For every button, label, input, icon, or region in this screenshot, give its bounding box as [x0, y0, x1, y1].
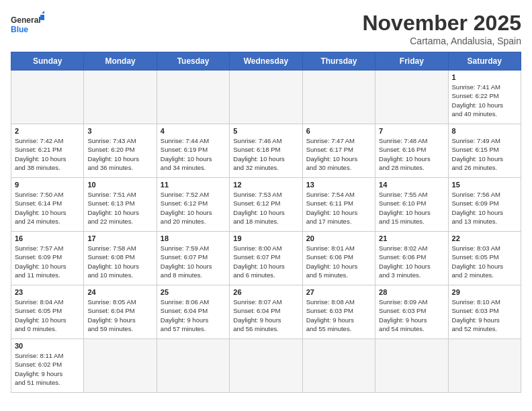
day-number: 18	[161, 234, 226, 242]
calendar-day-cell: 14Sunrise: 7:55 AMSunset: 6:10 PMDayligh…	[375, 178, 448, 232]
day-number: 21	[379, 234, 444, 242]
calendar-day-cell: 22Sunrise: 8:03 AMSunset: 6:05 PMDayligh…	[448, 232, 521, 285]
day-number: 9	[15, 181, 80, 189]
calendar-day-cell: 26Sunrise: 8:07 AMSunset: 6:04 PMDayligh…	[230, 285, 302, 339]
day-number: 10	[87, 181, 152, 189]
day-info: Sunrise: 7:50 AMSunset: 6:14 PMDaylight:…	[15, 190, 80, 226]
svg-marker-2	[42, 11, 44, 13]
calendar-day-cell: 25Sunrise: 8:06 AMSunset: 6:04 PMDayligh…	[157, 285, 229, 339]
day-info: Sunrise: 8:00 AMSunset: 6:07 PMDaylight:…	[233, 244, 298, 279]
calendar-day-cell: 20Sunrise: 8:01 AMSunset: 6:06 PMDayligh…	[302, 232, 375, 285]
page-header: General Blue November 2025 Cartama, Anda…	[11, 11, 521, 46]
calendar-day-cell: 30Sunrise: 8:11 AMSunset: 6:02 PMDayligh…	[11, 339, 84, 393]
calendar-day-cell: 21Sunrise: 8:02 AMSunset: 6:06 PMDayligh…	[375, 232, 448, 285]
day-number: 26	[233, 288, 298, 296]
day-info: Sunrise: 7:42 AMSunset: 6:21 PMDaylight:…	[15, 136, 80, 172]
calendar-day-cell: 3Sunrise: 7:43 AMSunset: 6:20 PMDaylight…	[84, 124, 157, 178]
day-number: 7	[379, 127, 444, 135]
calendar-day-cell	[84, 71, 157, 124]
calendar-day-cell: 13Sunrise: 7:54 AMSunset: 6:11 PMDayligh…	[302, 178, 375, 232]
day-number: 16	[15, 234, 80, 242]
calendar-day-header: Sunday	[11, 52, 84, 71]
svg-text:General: General	[11, 15, 41, 25]
day-info: Sunrise: 8:03 AMSunset: 6:05 PMDaylight:…	[452, 244, 517, 279]
calendar-day-cell: 12Sunrise: 7:53 AMSunset: 6:12 PMDayligh…	[230, 178, 302, 232]
calendar-week-row: 1Sunrise: 7:41 AMSunset: 6:22 PMDaylight…	[11, 71, 521, 124]
calendar-day-cell	[230, 339, 302, 393]
calendar-day-cell	[302, 339, 375, 393]
day-number: 8	[452, 127, 517, 135]
calendar-day-cell	[230, 71, 302, 124]
calendar-week-row: 30Sunrise: 8:11 AMSunset: 6:02 PMDayligh…	[11, 339, 521, 393]
day-number: 27	[306, 288, 371, 296]
day-number: 20	[306, 234, 371, 242]
day-number: 4	[161, 127, 226, 135]
logo-svg: General Blue	[11, 11, 44, 38]
calendar-week-row: 23Sunrise: 8:04 AMSunset: 6:05 PMDayligh…	[11, 285, 521, 339]
calendar-day-cell	[157, 339, 229, 393]
calendar-day-cell: 18Sunrise: 7:59 AMSunset: 6:07 PMDayligh…	[157, 232, 229, 285]
day-info: Sunrise: 8:02 AMSunset: 6:06 PMDaylight:…	[379, 244, 444, 279]
calendar-day-cell	[302, 71, 375, 124]
svg-rect-3	[40, 15, 44, 20]
day-info: Sunrise: 8:11 AMSunset: 6:02 PMDaylight:…	[15, 351, 80, 387]
day-info: Sunrise: 7:54 AMSunset: 6:11 PMDaylight:…	[306, 190, 371, 226]
calendar-day-cell: 7Sunrise: 7:48 AMSunset: 6:16 PMDaylight…	[375, 124, 448, 178]
day-number: 12	[233, 181, 298, 189]
calendar-header-row: SundayMondayTuesdayWednesdayThursdayFrid…	[11, 52, 521, 71]
day-info: Sunrise: 7:44 AMSunset: 6:19 PMDaylight:…	[161, 136, 226, 172]
calendar-day-header: Monday	[84, 52, 157, 71]
calendar-day-header: Wednesday	[230, 52, 302, 71]
calendar-day-header: Friday	[375, 52, 448, 71]
day-info: Sunrise: 8:04 AMSunset: 6:05 PMDaylight:…	[15, 298, 80, 333]
day-info: Sunrise: 7:46 AMSunset: 6:18 PMDaylight:…	[233, 136, 298, 172]
calendar-day-cell: 2Sunrise: 7:42 AMSunset: 6:21 PMDaylight…	[11, 124, 84, 178]
day-number: 24	[87, 288, 152, 296]
day-info: Sunrise: 7:52 AMSunset: 6:12 PMDaylight:…	[161, 190, 226, 226]
day-number: 2	[15, 127, 80, 135]
day-info: Sunrise: 8:10 AMSunset: 6:03 PMDaylight:…	[452, 298, 517, 333]
day-info: Sunrise: 7:59 AMSunset: 6:07 PMDaylight:…	[161, 244, 226, 279]
day-number: 3	[87, 127, 152, 135]
calendar-day-cell: 16Sunrise: 7:57 AMSunset: 6:09 PMDayligh…	[11, 232, 84, 285]
day-info: Sunrise: 8:08 AMSunset: 6:03 PMDaylight:…	[306, 298, 371, 333]
month-title: November 2025	[362, 11, 521, 36]
day-info: Sunrise: 7:56 AMSunset: 6:09 PMDaylight:…	[452, 190, 517, 226]
calendar-day-header: Saturday	[448, 52, 521, 71]
calendar-day-cell	[448, 339, 521, 393]
day-info: Sunrise: 7:41 AMSunset: 6:22 PMDaylight:…	[452, 83, 517, 118]
day-number: 1	[452, 73, 517, 81]
calendar-day-cell: 4Sunrise: 7:44 AMSunset: 6:19 PMDaylight…	[157, 124, 229, 178]
day-number: 14	[379, 181, 444, 189]
day-info: Sunrise: 7:51 AMSunset: 6:13 PMDaylight:…	[87, 190, 152, 226]
day-info: Sunrise: 7:48 AMSunset: 6:16 PMDaylight:…	[379, 136, 444, 172]
day-info: Sunrise: 8:05 AMSunset: 6:04 PMDaylight:…	[87, 298, 152, 333]
day-info: Sunrise: 7:57 AMSunset: 6:09 PMDaylight:…	[15, 244, 80, 279]
calendar-day-cell: 19Sunrise: 8:00 AMSunset: 6:07 PMDayligh…	[230, 232, 302, 285]
day-number: 30	[15, 342, 80, 350]
location-title: Cartama, Andalusia, Spain	[362, 36, 521, 46]
calendar-day-cell: 5Sunrise: 7:46 AMSunset: 6:18 PMDaylight…	[230, 124, 302, 178]
calendar-day-cell: 11Sunrise: 7:52 AMSunset: 6:12 PMDayligh…	[157, 178, 229, 232]
calendar-day-cell: 1Sunrise: 7:41 AMSunset: 6:22 PMDaylight…	[448, 71, 521, 124]
calendar-day-cell	[375, 71, 448, 124]
calendar-day-cell	[375, 339, 448, 393]
calendar-week-row: 9Sunrise: 7:50 AMSunset: 6:14 PMDaylight…	[11, 178, 521, 232]
day-info: Sunrise: 7:43 AMSunset: 6:20 PMDaylight:…	[87, 136, 152, 172]
day-info: Sunrise: 8:09 AMSunset: 6:03 PMDaylight:…	[379, 298, 444, 333]
calendar-week-row: 2Sunrise: 7:42 AMSunset: 6:21 PMDaylight…	[11, 124, 521, 178]
calendar-day-cell: 17Sunrise: 7:58 AMSunset: 6:08 PMDayligh…	[84, 232, 157, 285]
day-number: 15	[452, 181, 517, 189]
calendar-day-cell: 29Sunrise: 8:10 AMSunset: 6:03 PMDayligh…	[448, 285, 521, 339]
day-info: Sunrise: 7:49 AMSunset: 6:15 PMDaylight:…	[452, 136, 517, 172]
calendar-day-cell: 9Sunrise: 7:50 AMSunset: 6:14 PMDaylight…	[11, 178, 84, 232]
calendar-day-cell: 28Sunrise: 8:09 AMSunset: 6:03 PMDayligh…	[375, 285, 448, 339]
day-info: Sunrise: 7:58 AMSunset: 6:08 PMDaylight:…	[87, 244, 152, 279]
day-number: 28	[379, 288, 444, 296]
day-number: 13	[306, 181, 371, 189]
day-info: Sunrise: 8:06 AMSunset: 6:04 PMDaylight:…	[161, 298, 226, 333]
day-number: 25	[161, 288, 226, 296]
day-number: 5	[233, 127, 298, 135]
calendar-day-cell: 23Sunrise: 8:04 AMSunset: 6:05 PMDayligh…	[11, 285, 84, 339]
calendar-day-header: Tuesday	[157, 52, 229, 71]
